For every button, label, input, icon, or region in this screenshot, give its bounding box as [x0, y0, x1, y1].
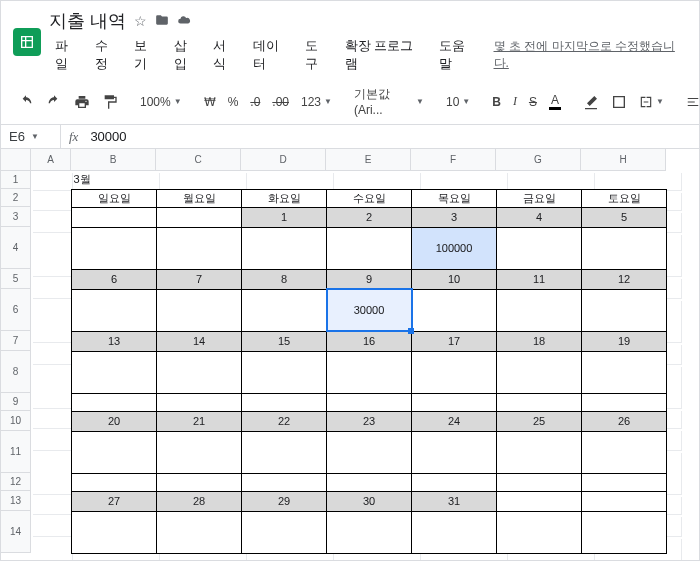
date-cell[interactable]: 7: [157, 269, 242, 289]
value-cell[interactable]: [157, 351, 242, 393]
cell[interactable]: [33, 411, 73, 429]
font-dropdown[interactable]: 기본값 (Ari...▼: [349, 83, 429, 120]
menu-help[interactable]: 도움말: [433, 35, 483, 75]
date-cell[interactable]: 28: [157, 491, 242, 511]
cell[interactable]: [33, 345, 73, 365]
col-header[interactable]: C: [156, 149, 241, 171]
value-cell[interactable]: [242, 393, 327, 411]
date-cell[interactable]: 16: [327, 331, 412, 351]
currency-button[interactable]: ₩: [199, 91, 221, 113]
date-cell[interactable]: 25: [497, 411, 582, 431]
percent-button[interactable]: %: [223, 91, 244, 113]
cell[interactable]: [33, 497, 73, 515]
value-cell[interactable]: [582, 289, 667, 331]
date-cell[interactable]: 24: [412, 411, 497, 431]
menu-data[interactable]: 데이터: [247, 35, 297, 75]
row-header[interactable]: 11: [1, 431, 31, 473]
move-icon[interactable]: [155, 13, 169, 29]
cell[interactable]: [33, 539, 73, 561]
value-cell[interactable]: [157, 431, 242, 473]
cell[interactable]: [33, 301, 73, 343]
date-cell[interactable]: 31: [412, 491, 497, 511]
day-header-cell[interactable]: 일요일: [72, 189, 157, 207]
date-cell[interactable]: 13: [72, 331, 157, 351]
value-cell[interactable]: [327, 431, 412, 473]
day-header-cell[interactable]: 금요일: [497, 189, 582, 207]
menu-format[interactable]: 서식: [207, 35, 245, 75]
decrease-decimal-button[interactable]: .0: [245, 91, 265, 113]
value-cell[interactable]: [72, 511, 157, 553]
col-header[interactable]: A: [31, 149, 71, 171]
menu-edit[interactable]: 수정: [89, 35, 127, 75]
value-cell[interactable]: [327, 351, 412, 393]
value-cell[interactable]: [242, 289, 327, 331]
value-cell[interactable]: [412, 473, 497, 491]
row-header[interactable]: 1: [1, 171, 31, 189]
day-header-cell[interactable]: 수요일: [327, 189, 412, 207]
value-cell[interactable]: [497, 511, 582, 553]
date-cell[interactable]: 3: [412, 207, 497, 227]
date-cell[interactable]: [497, 491, 582, 511]
horizontal-align-button[interactable]: [681, 92, 700, 112]
value-cell[interactable]: [72, 227, 157, 269]
value-cell[interactable]: [497, 393, 582, 411]
date-cell[interactable]: [72, 207, 157, 227]
col-header[interactable]: B: [71, 149, 156, 171]
value-cell[interactable]: 100000: [412, 227, 497, 269]
value-cell[interactable]: [412, 431, 497, 473]
date-cell[interactable]: 12: [582, 269, 667, 289]
date-cell[interactable]: 4: [497, 207, 582, 227]
date-cell[interactable]: 23: [327, 411, 412, 431]
col-header[interactable]: H: [581, 149, 666, 171]
date-cell[interactable]: 27: [72, 491, 157, 511]
value-cell[interactable]: [497, 431, 582, 473]
menu-extensions[interactable]: 확장 프로그램: [339, 35, 431, 75]
day-header-cell[interactable]: 토요일: [582, 189, 667, 207]
value-cell[interactable]: [582, 351, 667, 393]
fill-color-button[interactable]: [578, 90, 604, 114]
value-cell[interactable]: [242, 511, 327, 553]
col-header[interactable]: F: [411, 149, 496, 171]
increase-decimal-button[interactable]: .00: [267, 91, 294, 113]
menu-file[interactable]: 파일: [49, 35, 87, 75]
merge-button[interactable]: ▼: [634, 92, 669, 112]
strikethrough-button[interactable]: S: [524, 91, 542, 113]
value-cell[interactable]: [327, 227, 412, 269]
date-cell[interactable]: 19: [582, 331, 667, 351]
zoom-dropdown[interactable]: 100%▼: [135, 92, 187, 112]
star-icon[interactable]: ☆: [134, 13, 147, 29]
value-cell[interactable]: [157, 393, 242, 411]
cell[interactable]: [33, 173, 73, 191]
value-cell[interactable]: [242, 351, 327, 393]
value-cell[interactable]: [72, 289, 157, 331]
date-cell[interactable]: 6: [72, 269, 157, 289]
cell[interactable]: [33, 235, 73, 277]
date-cell[interactable]: 14: [157, 331, 242, 351]
name-box[interactable]: E6▼: [1, 125, 61, 148]
col-header[interactable]: D: [241, 149, 326, 171]
cell[interactable]: [33, 213, 73, 233]
value-cell[interactable]: [497, 227, 582, 269]
cell[interactable]: [33, 367, 73, 409]
formula-input[interactable]: 30000: [86, 129, 699, 144]
row-header[interactable]: 4: [1, 227, 31, 269]
value-cell[interactable]: [72, 473, 157, 491]
row-header[interactable]: 6: [1, 289, 31, 331]
value-cell[interactable]: [412, 511, 497, 553]
date-cell[interactable]: 15: [242, 331, 327, 351]
value-cell[interactable]: [412, 393, 497, 411]
paint-format-button[interactable]: [97, 90, 123, 114]
date-cell[interactable]: 2: [327, 207, 412, 227]
value-cell[interactable]: [412, 351, 497, 393]
row-header[interactable]: 8: [1, 351, 31, 393]
row-header[interactable]: 12: [1, 473, 31, 491]
cell[interactable]: [33, 279, 73, 299]
date-cell[interactable]: 18: [497, 331, 582, 351]
row-header[interactable]: 14: [1, 511, 31, 553]
value-cell[interactable]: [412, 289, 497, 331]
redo-button[interactable]: [41, 90, 67, 114]
value-cell[interactable]: [327, 393, 412, 411]
month-label[interactable]: 3월: [72, 171, 667, 189]
date-cell[interactable]: 9: [327, 269, 412, 289]
day-header-cell[interactable]: 목요일: [412, 189, 497, 207]
